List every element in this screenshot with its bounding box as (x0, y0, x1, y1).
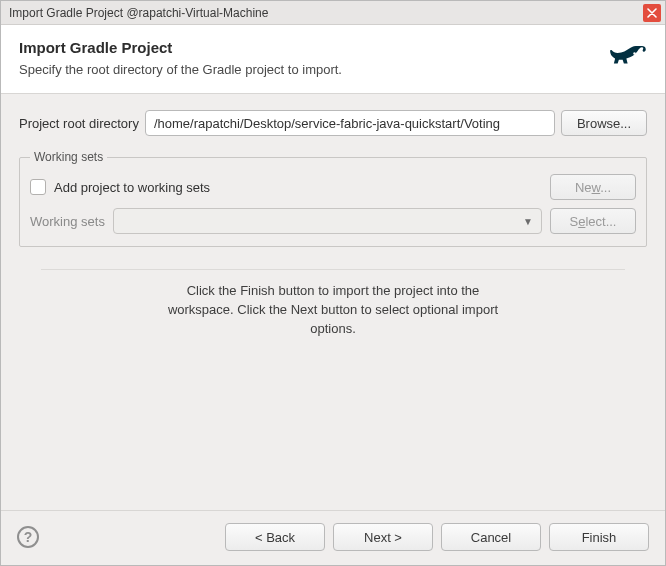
dialog-header: Import Gradle Project Specify the root d… (1, 25, 665, 94)
help-button[interactable]: ? (17, 526, 39, 548)
window-title: Import Gradle Project @rapatchi-Virtual-… (9, 6, 643, 20)
page-title: Import Gradle Project (19, 39, 599, 56)
help-icon: ? (24, 529, 33, 545)
finish-button[interactable]: Finish (549, 523, 649, 551)
working-sets-combo[interactable]: ▼ (113, 208, 542, 234)
gradle-elephant-icon (607, 41, 647, 71)
dialog-window: Import Gradle Project @rapatchi-Virtual-… (0, 0, 666, 566)
dialog-content: Project root directory Browse... Working… (1, 94, 665, 510)
instructions-text: Click the Finish button to import the pr… (19, 282, 647, 339)
instructions-line: Click the Finish button to import the pr… (79, 282, 587, 301)
add-to-working-sets-row: Add project to working sets New... (30, 174, 636, 200)
chevron-down-icon: ▼ (523, 216, 533, 227)
working-sets-group: Working sets Add project to working sets… (19, 150, 647, 247)
instructions-line: options. (79, 320, 587, 339)
working-sets-legend: Working sets (30, 150, 107, 164)
add-to-working-sets-label: Add project to working sets (54, 180, 542, 195)
svg-point-0 (633, 52, 636, 55)
browse-button[interactable]: Browse... (561, 110, 647, 136)
working-sets-select-row: Working sets ▼ Select... (30, 208, 636, 234)
select-working-set-button: Select... (550, 208, 636, 234)
title-bar: Import Gradle Project @rapatchi-Virtual-… (1, 1, 665, 25)
working-sets-label: Working sets (30, 214, 105, 229)
header-text: Import Gradle Project Specify the root d… (19, 39, 599, 77)
cancel-button[interactable]: Cancel (441, 523, 541, 551)
project-root-label: Project root directory (19, 116, 139, 131)
project-root-row: Project root directory Browse... (19, 110, 647, 136)
add-to-working-sets-checkbox[interactable] (30, 179, 46, 195)
next-button[interactable]: Next > (333, 523, 433, 551)
project-root-input[interactable] (145, 110, 555, 136)
back-button[interactable]: < Back (225, 523, 325, 551)
instructions-line: workspace. Click the Next button to sele… (79, 301, 587, 320)
new-working-set-button: New... (550, 174, 636, 200)
divider (41, 269, 625, 270)
close-button[interactable] (643, 4, 661, 22)
close-icon (647, 8, 657, 18)
dialog-footer: ? < Back Next > Cancel Finish (1, 510, 665, 565)
page-subtitle: Specify the root directory of the Gradle… (19, 62, 599, 77)
